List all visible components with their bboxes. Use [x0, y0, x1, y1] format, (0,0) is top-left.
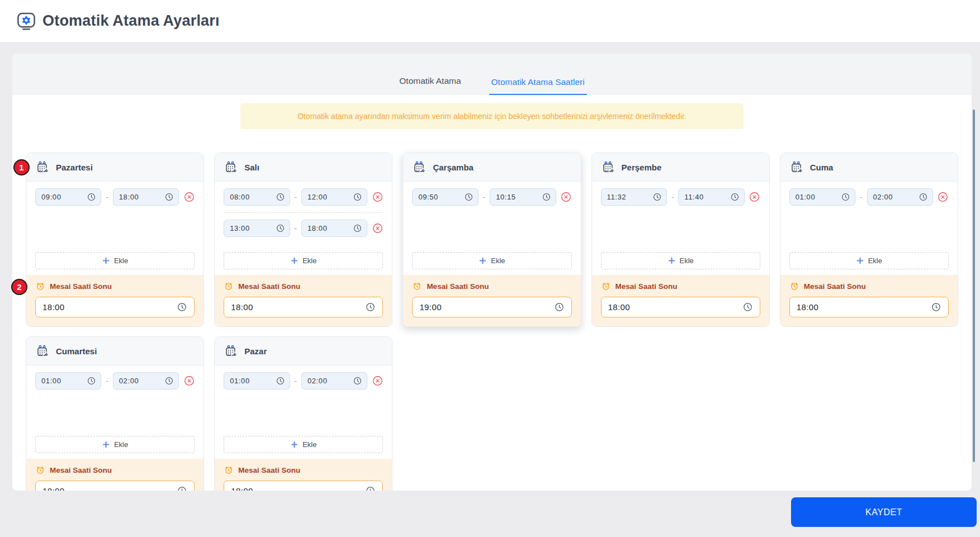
end-of-shift-time-input[interactable]: 18:00	[224, 481, 383, 491]
day-cards-grid: Pazartesi 09:00 - 18:00	[12, 129, 972, 491]
tabbar: Otomatik Atama Otomatik Atama Saatleri	[12, 54, 972, 95]
time-rows: 01:00 - 02:00	[26, 365, 203, 430]
end-of-shift-time-input[interactable]: 18:00	[601, 297, 760, 317]
start-time-value: 09:50	[418, 193, 438, 201]
clock-icon	[652, 192, 662, 202]
add-time-range-button[interactable]: Ekle	[35, 252, 195, 269]
delete-time-range-button[interactable]	[561, 192, 572, 203]
add-time-range-button[interactable]: Ekle	[224, 436, 383, 453]
alarm-clock-icon	[601, 281, 611, 291]
delete-time-range-button[interactable]	[183, 192, 195, 203]
day-card: Salı 08:00 - 12:00	[214, 153, 392, 327]
day-card-header: Perşembe	[592, 153, 769, 182]
end-time-value: 11:40	[684, 193, 704, 201]
end-of-shift-label-row: Mesai Saati Sonu	[35, 281, 195, 291]
end-of-shift-section: Mesai Saati Sonu 18:00	[215, 275, 392, 326]
end-time-input[interactable]: 02:00	[867, 188, 933, 206]
end-time-input[interactable]: 10:15	[490, 188, 556, 206]
delete-time-range-button[interactable]	[749, 192, 760, 203]
plus-icon	[856, 256, 864, 265]
start-time-input[interactable]: 01:00	[35, 372, 101, 389]
end-of-shift-value: 18:00	[231, 302, 253, 312]
clock-icon	[164, 192, 174, 202]
time-rows: 01:00 - 02:00	[780, 182, 958, 246]
time-rows: 11:32 - 11:40	[592, 182, 769, 246]
day-title: Pazar	[244, 346, 267, 356]
clock-icon	[542, 192, 551, 202]
start-time-input[interactable]: 13:00	[224, 220, 290, 237]
clock-icon	[353, 376, 362, 386]
end-of-shift-time-input[interactable]: 18:00	[35, 481, 195, 491]
end-of-shift-time-input[interactable]: 18:00	[35, 297, 195, 317]
end-of-shift-section: Mesai Saati Sonu 18:00	[26, 459, 203, 491]
end-of-shift-section: Mesai Saati Sonu 18:00	[26, 275, 203, 326]
end-time-input[interactable]: 02:00	[113, 372, 179, 389]
time-range-row: 09:00 - 18:00	[35, 188, 195, 206]
end-of-shift-value: 18:00	[608, 302, 631, 312]
range-separator: -	[295, 193, 297, 201]
delete-time-range-button[interactable]	[372, 376, 383, 387]
day-card: Cuma 01:00 - 02:00	[780, 153, 958, 327]
start-time-input[interactable]: 09:00	[35, 188, 101, 206]
start-time-input[interactable]: 11:32	[601, 188, 667, 206]
end-of-shift-label: Mesai Saati Sonu	[50, 466, 112, 474]
start-time-value: 08:00	[230, 193, 250, 201]
add-label: Ekle	[114, 256, 128, 265]
time-rows: 08:00 - 12:00	[215, 182, 392, 246]
calendar-sync-icon	[35, 160, 49, 174]
add-time-range-button[interactable]: Ekle	[224, 252, 383, 269]
clock-icon	[931, 302, 941, 312]
clock-icon	[164, 376, 174, 386]
add-time-range-button[interactable]: Ekle	[601, 252, 760, 269]
end-time-value: 02:00	[307, 377, 328, 385]
end-of-shift-label-row: Mesai Saati Sonu	[601, 281, 760, 291]
save-button[interactable]: KAYDET	[791, 497, 977, 527]
notice-text: Otomatik atama ayarından maksimum verim …	[297, 112, 687, 121]
add-time-range-button[interactable]: Ekle	[35, 436, 195, 453]
end-time-input[interactable]: 02:00	[301, 372, 367, 389]
tab-otomatik-atama-saatleri[interactable]: Otomatik Atama Saatleri	[489, 77, 587, 95]
end-time-value: 10:15	[496, 193, 516, 201]
delete-time-range-button[interactable]	[372, 192, 383, 203]
add-label: Ekle	[302, 440, 316, 449]
end-of-shift-time-input[interactable]: 19:00	[412, 297, 571, 317]
end-of-shift-time-input[interactable]: 18:00	[789, 297, 949, 317]
range-separator: -	[106, 377, 108, 385]
end-of-shift-label-row: Mesai Saati Sonu	[412, 281, 571, 291]
clock-icon	[177, 486, 187, 491]
end-time-input[interactable]: 18:00	[113, 188, 179, 206]
annotation-badge-1: 1	[13, 159, 30, 175]
clock-icon	[177, 302, 187, 312]
end-of-shift-label: Mesai Saati Sonu	[804, 282, 866, 291]
alarm-clock-icon	[789, 281, 799, 291]
calendar-sync-icon	[224, 160, 238, 174]
time-rows: 09:50 - 10:15	[403, 182, 580, 246]
vertical-scrollbar[interactable]	[973, 110, 975, 462]
tab-otomatik-atama[interactable]: Otomatik Atama	[397, 76, 463, 95]
start-time-input[interactable]: 08:00	[224, 188, 290, 206]
delete-time-range-button[interactable]	[938, 192, 949, 203]
time-range-row: 01:00 - 02:00	[35, 372, 195, 389]
clock-icon	[919, 192, 928, 202]
start-time-input[interactable]: 01:00	[224, 372, 290, 389]
end-of-shift-value: 18:00	[42, 486, 65, 491]
start-time-input[interactable]: 01:00	[789, 188, 855, 206]
day-title: Salı	[244, 163, 259, 172]
day-card-header: Cumartesi	[26, 337, 203, 365]
end-time-input[interactable]: 12:00	[301, 188, 367, 206]
end-of-shift-time-input[interactable]: 18:00	[224, 297, 383, 317]
delete-circle-icon	[184, 192, 195, 202]
range-separator: -	[295, 224, 297, 232]
clock-icon	[365, 486, 376, 491]
time-range-row: 13:00 - 18:00	[224, 220, 383, 237]
add-time-range-button[interactable]: Ekle	[789, 252, 949, 269]
delete-time-range-button[interactable]	[372, 223, 383, 234]
end-time-input[interactable]: 11:40	[678, 188, 744, 206]
add-time-range-button[interactable]: Ekle	[412, 252, 571, 269]
start-time-input[interactable]: 09:50	[412, 188, 478, 206]
end-of-shift-value: 19:00	[419, 302, 442, 312]
day-card: Pazartesi 09:00 - 18:00	[26, 153, 204, 327]
start-time-value: 13:00	[230, 224, 250, 232]
end-time-input[interactable]: 18:00	[301, 220, 367, 237]
delete-time-range-button[interactable]	[183, 376, 195, 387]
